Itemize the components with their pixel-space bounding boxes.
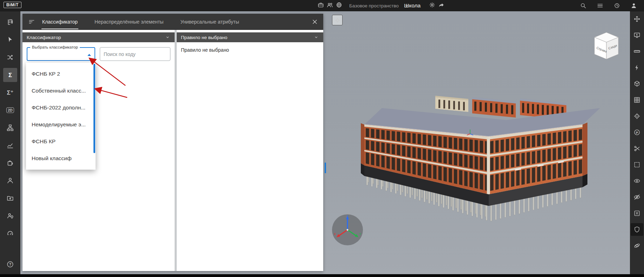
user-button[interactable] bbox=[3, 174, 17, 188]
view-toolbar: P bbox=[630, 11, 644, 274]
dashboard-gauge-button[interactable] bbox=[3, 226, 17, 240]
model-tree-icon bbox=[6, 18, 14, 26]
estimate-add-icon: Σ⁺ bbox=[7, 90, 13, 96]
workspace-label: Базовое пространство bbox=[349, 3, 399, 8]
model-tree-button[interactable] bbox=[3, 15, 17, 29]
section-button[interactable] bbox=[631, 142, 643, 155]
svg-text:?: ? bbox=[9, 263, 11, 266]
clear-selection-icon bbox=[633, 210, 640, 217]
menu-icon[interactable] bbox=[596, 2, 605, 9]
estimate-sum-button[interactable]: Σ bbox=[3, 68, 17, 82]
dashboard-gauge-icon bbox=[6, 229, 14, 237]
region-select-icon bbox=[633, 161, 640, 168]
topbar-right-actions bbox=[579, 0, 638, 11]
panel-menu-icon[interactable] bbox=[28, 18, 35, 25]
3d-model-building[interactable] bbox=[351, 92, 604, 246]
globe-session-icon[interactable] bbox=[334, 1, 344, 8]
crosshair-icon bbox=[334, 17, 341, 24]
user-location-button[interactable] bbox=[3, 209, 17, 223]
dropdown-item[interactable]: Собственный класс... bbox=[26, 82, 96, 99]
shared-folder-button[interactable] bbox=[3, 191, 17, 205]
links-icon bbox=[6, 53, 14, 61]
briefcase-icon[interactable] bbox=[316, 1, 325, 8]
panel-tab-3[interactable]: Универсальные атрибуты bbox=[180, 14, 240, 29]
history-icon[interactable] bbox=[612, 2, 622, 9]
hide-eye-button[interactable] bbox=[631, 191, 643, 203]
clash-icon bbox=[633, 64, 640, 71]
help-icon: ? bbox=[6, 260, 14, 268]
close-icon[interactable] bbox=[311, 18, 318, 25]
volume-box-button[interactable] bbox=[631, 77, 643, 90]
parking-button[interactable]: P bbox=[631, 126, 643, 139]
workspace-switcher[interactable]: Базовое пространство bbox=[316, 0, 411, 11]
shared-folder-icon bbox=[6, 194, 14, 202]
dropdown-item[interactable]: ФСНБ КР bbox=[26, 133, 96, 150]
show-eye-icon bbox=[633, 177, 640, 184]
locate-icon bbox=[633, 113, 640, 120]
search-icon[interactable] bbox=[579, 2, 588, 9]
locate-button[interactable] bbox=[631, 110, 643, 122]
grid-button[interactable] bbox=[631, 94, 643, 106]
progress-chart-button[interactable] bbox=[3, 138, 17, 152]
code-search-input[interactable] bbox=[100, 48, 170, 61]
show-eye-button[interactable] bbox=[631, 175, 643, 187]
hierarchy-icon bbox=[6, 124, 14, 132]
workspace-icons bbox=[316, 1, 344, 10]
plugins-icon bbox=[6, 159, 14, 167]
links-button[interactable] bbox=[3, 50, 17, 64]
navigation-cube[interactable]: Справа Сзади bbox=[590, 29, 623, 62]
settings-gear-icon[interactable] bbox=[428, 1, 437, 8]
rule-section-header[interactable]: Правило не выбрано bbox=[177, 32, 323, 42]
classifier-section-title: Классификатор bbox=[27, 35, 61, 40]
select-cursor-button[interactable] bbox=[3, 33, 17, 47]
axis-gizmo[interactable]: Z X Y bbox=[331, 213, 364, 247]
dropdown-scrollbar[interactable] bbox=[93, 64, 95, 153]
orbit-button[interactable] bbox=[631, 239, 643, 252]
estimate-add-button[interactable]: Σ⁺ bbox=[3, 86, 17, 100]
panel-tabs: КлассификаторНераспределённые элементыУн… bbox=[41, 14, 255, 29]
project-actions bbox=[428, 1, 446, 10]
bottom-status-bar bbox=[0, 274, 644, 277]
measure-icon bbox=[633, 48, 640, 55]
code-search-field[interactable] bbox=[100, 47, 170, 61]
axis-x-label: X bbox=[334, 232, 336, 236]
account-icon[interactable] bbox=[629, 2, 638, 9]
chevron-down-icon bbox=[165, 34, 170, 40]
hierarchy-button[interactable] bbox=[3, 121, 17, 135]
dropdown-item[interactable]: Новый классиф bbox=[26, 150, 96, 167]
panel-edge-scrollbar[interactable] bbox=[325, 163, 326, 173]
classifier-select[interactable]: Выбрать классификатор bbox=[27, 47, 95, 61]
rule-section-title: Правило не выбрано bbox=[181, 35, 227, 40]
grid-icon bbox=[633, 96, 640, 103]
clear-selection-button[interactable] bbox=[631, 207, 643, 220]
dropdown-item[interactable]: ФСНБ КР 2 bbox=[26, 65, 96, 82]
topbar: BiMiT Базовое пространство Школа bbox=[0, 0, 644, 11]
focus-model-button[interactable] bbox=[332, 15, 343, 25]
classifier-section-header[interactable]: Классификатор bbox=[22, 32, 175, 42]
panel-panes: Классификатор Выбрать классификатор ФСНБ… bbox=[22, 30, 323, 271]
region-select-button[interactable] bbox=[631, 158, 643, 171]
dropdown-item[interactable]: Немоделируемые э... bbox=[26, 116, 96, 133]
clash-button[interactable] bbox=[631, 61, 643, 74]
filter-shield-button[interactable] bbox=[631, 223, 643, 236]
hide-eye-icon bbox=[633, 194, 640, 201]
caret-up-icon bbox=[87, 54, 91, 56]
help-button[interactable]: ? bbox=[3, 257, 17, 271]
view-2d-button[interactable]: 2D bbox=[3, 103, 17, 117]
chevron-down-icon bbox=[313, 34, 319, 40]
section-icon bbox=[633, 145, 640, 152]
classifier-select-input[interactable] bbox=[27, 48, 95, 60]
classifier-dropdown-menu: ФСНБ КР 2Собственный класс...ФСНБ-2022 д… bbox=[26, 63, 96, 170]
plugins-button[interactable] bbox=[3, 156, 17, 170]
screen-button[interactable] bbox=[631, 29, 643, 42]
pan-button[interactable] bbox=[631, 13, 643, 25]
team-icon[interactable] bbox=[325, 1, 334, 8]
estimate-sum-icon: Σ bbox=[8, 72, 12, 78]
app-logo: BiMiT bbox=[4, 2, 21, 8]
share-icon[interactable] bbox=[437, 1, 446, 8]
user-location-icon bbox=[6, 212, 14, 220]
dropdown-item[interactable]: ФСНБ-2022 дополн... bbox=[26, 99, 96, 116]
measure-button[interactable] bbox=[631, 45, 643, 58]
panel-tab-1[interactable]: Классификатор bbox=[41, 14, 78, 29]
panel-tab-2[interactable]: Нераспределённые элементы bbox=[94, 14, 164, 29]
